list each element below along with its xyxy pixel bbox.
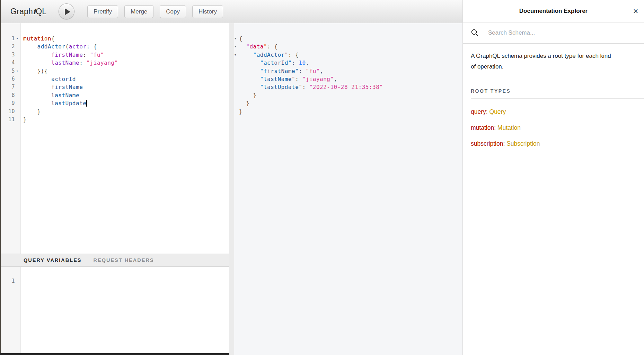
root-type-link-subscription[interactable]: Subscription — [506, 140, 540, 147]
code-token: addActor — [37, 43, 65, 50]
result-line: ▾ "addActor": { — [234, 51, 462, 59]
line-number: 11 — [8, 116, 15, 124]
code-token: , — [334, 76, 337, 82]
code-token: "data" — [246, 43, 267, 50]
root-type-row-mutation: mutation: Mutation — [471, 124, 636, 131]
gutter-row: 2 — [0, 43, 20, 51]
result-line: ▾ "data": { — [234, 43, 462, 51]
search-schema-input[interactable] — [488, 29, 636, 36]
code-token — [23, 84, 51, 90]
line-number: 5 — [11, 67, 15, 75]
result-line: } — [234, 91, 462, 99]
line-number: 1 — [11, 277, 15, 285]
root-type-row-subscription: subscription: Subscription — [471, 140, 636, 147]
code-line: addActor(actor: { — [23, 43, 229, 51]
query-editor[interactable]: 1▾2345▾67891011 mutation{ addActor(actor… — [0, 23, 229, 254]
code-token: "firstName" — [260, 68, 299, 74]
result-line: "lastName": "jiayang", — [234, 75, 462, 83]
fold-arrow-icon[interactable]: ▾ — [234, 43, 239, 51]
code-token: actorId — [51, 76, 76, 82]
doc-explorer-close-button[interactable]: ✕ — [633, 8, 638, 15]
code-token — [239, 76, 260, 82]
execute-query-button[interactable] — [59, 3, 74, 19]
root-type-link-mutation[interactable]: Mutation — [497, 124, 521, 131]
fold-arrow-icon[interactable]: ▾ — [15, 35, 20, 43]
code-line: }){ — [23, 67, 229, 75]
code-token: "addActor" — [253, 52, 288, 58]
code-token: firstName — [51, 52, 83, 58]
history-button[interactable]: History — [192, 5, 223, 18]
code-token: } — [239, 108, 242, 115]
code-line: actorId — [23, 75, 229, 83]
code-token — [23, 76, 51, 82]
code-token — [23, 52, 51, 58]
logo-text-i: i — [33, 7, 36, 16]
prettify-button[interactable]: Prettify — [87, 5, 118, 18]
line-number: 7 — [11, 83, 15, 91]
merge-button[interactable]: Merge — [124, 5, 153, 18]
code-token: }){ — [23, 68, 48, 74]
result-pane: ▾{▾ "data": {▾ "addActor": { "actorId": … — [234, 23, 462, 355]
code-line — [23, 277, 229, 285]
root-type-link-query[interactable]: Query — [489, 108, 506, 115]
code-token: lastName — [51, 60, 79, 66]
fold-arrow-icon[interactable]: ▾ — [234, 51, 239, 59]
gutter-row: 7 — [0, 83, 20, 91]
doc-search-bar — [463, 22, 644, 44]
tab-query-variables[interactable]: QUERY VARIABLES — [24, 257, 82, 263]
result-line-text: "addActor": { — [239, 51, 299, 59]
code-token — [23, 43, 37, 50]
code-token: "fu" — [306, 68, 320, 74]
fold-spacer — [234, 108, 239, 116]
code-token: , — [320, 68, 323, 74]
copy-button[interactable]: Copy — [160, 5, 186, 18]
code-token: "actorId" — [260, 60, 292, 66]
schema-description: A GraphQL schema provides a root type fo… — [471, 51, 616, 72]
code-line: } — [23, 116, 229, 124]
code-token: , — [306, 60, 309, 66]
line-number: 4 — [11, 59, 15, 67]
code-token — [239, 43, 246, 50]
toolbar-buttons: PrettifyMergeCopyHistory — [87, 5, 223, 18]
result-line-text: } — [239, 91, 257, 99]
search-icon — [471, 29, 479, 37]
fold-spacer — [234, 83, 239, 91]
result-line-text: "lastName": "jiayang", — [239, 75, 337, 83]
code-token — [23, 60, 51, 66]
line-number: 6 — [11, 75, 15, 83]
doc-explorer-title: Documentation Explorer — [519, 8, 588, 15]
query-variables-editor[interactable]: 1 — [0, 267, 229, 353]
tab-request-headers[interactable]: REQUEST HEADERS — [94, 257, 154, 263]
logo-text-ql: QL — [36, 7, 46, 16]
root-type-colon: : — [503, 140, 506, 147]
fold-spacer — [234, 75, 239, 83]
code-token: : — [302, 84, 309, 90]
variables-editor-code[interactable] — [21, 267, 229, 353]
pane-divider[interactable] — [229, 23, 234, 355]
result-line: "lastUpdate": "2022-10-28 21:35:38" — [234, 83, 462, 91]
fold-arrow-icon[interactable]: ▾ — [234, 35, 239, 43]
query-editor-code[interactable]: mutation{ addActor(actor: { firstName: "… — [21, 23, 229, 254]
result-line: "actorId": 10, — [234, 59, 462, 67]
line-number: 9 — [11, 99, 15, 107]
code-line: lastName — [23, 91, 229, 99]
line-number: 2 — [11, 43, 15, 51]
code-token: mutation — [23, 35, 51, 42]
code-token — [239, 52, 253, 58]
secondary-editor-tabbar: QUERY VARIABLESREQUEST HEADERS — [0, 254, 229, 267]
result-line: } — [234, 99, 462, 107]
window-bottom-edge — [0, 353, 229, 355]
code-token: : — [79, 60, 86, 66]
root-types-heading: ROOT TYPES — [471, 88, 636, 94]
result-line: } — [234, 108, 462, 116]
code-token: "lastName" — [260, 76, 295, 82]
code-token: : — [292, 60, 299, 66]
code-token: : — [83, 52, 90, 58]
code-token: firstName — [51, 84, 83, 90]
variables-editor-gutter: 1 — [0, 267, 21, 353]
gutter-row: 1 — [0, 277, 20, 285]
line-number: 8 — [11, 91, 15, 99]
result-line-text: "actorId": 10, — [239, 59, 309, 67]
toolbar: GraphiQL PrettifyMergeCopyHistory — [0, 0, 462, 23]
fold-arrow-icon[interactable]: ▾ — [15, 67, 20, 75]
